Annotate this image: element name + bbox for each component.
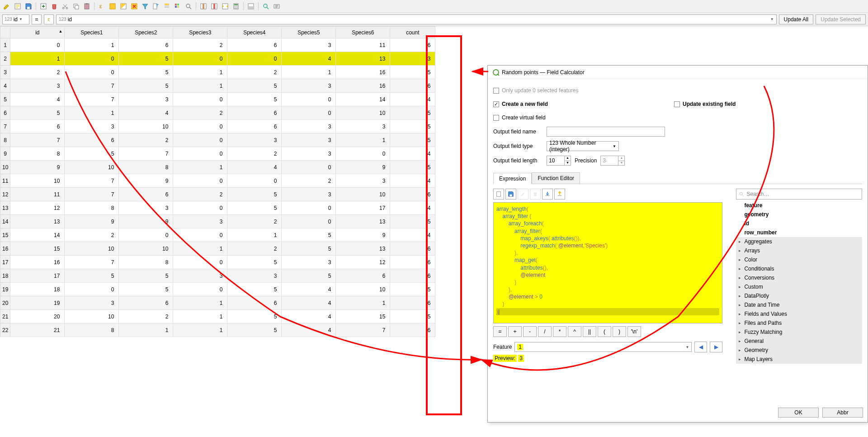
column-header[interactable]: Species2 (119, 27, 173, 38)
table-row[interactable]: 3205121165 (0, 66, 435, 79)
expression-editor[interactable]: array_length( array_filter ( array_forea… (493, 202, 722, 323)
tab-function-editor[interactable]: Function Editor (532, 172, 580, 184)
tree-item[interactable]: ▸Files and Paths (736, 318, 862, 328)
del-col-icon[interactable] (210, 2, 219, 11)
operator-button[interactable]: '\n' (627, 326, 641, 337)
organize-icon[interactable] (221, 2, 230, 11)
tree-item[interactable]: row_number (736, 228, 862, 237)
tree-item[interactable]: ▸Fuzzy Matching (736, 328, 862, 337)
paste-icon[interactable] (82, 2, 91, 11)
table-row[interactable]: 171678053126 (0, 256, 435, 269)
tree-item[interactable]: ▸Aggregates (736, 237, 862, 246)
invert-icon[interactable] (119, 2, 128, 11)
tree-item[interactable]: ▸Date and Time (736, 300, 862, 309)
table-row[interactable]: 11107900234 (0, 174, 435, 188)
table-row[interactable]: 2105004133 (0, 52, 435, 66)
save-expr-icon[interactable] (505, 189, 516, 200)
delete-icon[interactable] (50, 2, 59, 11)
tree-item[interactable]: ▸Map Layers (736, 355, 862, 364)
next-feature-button[interactable]: ▶ (710, 342, 722, 352)
formula-input[interactable]: 123 id ▼ (56, 14, 777, 24)
update-existing-checkbox[interactable] (674, 101, 680, 107)
function-tree[interactable]: featuregeometryidrow_number▸Aggregates▸A… (736, 201, 862, 364)
ok-button[interactable]: OK (778, 408, 819, 418)
table-row[interactable]: 131283050174 (0, 201, 435, 215)
operator-button[interactable]: ^ (568, 326, 581, 337)
field-selector[interactable]: 123 id ▼ (2, 14, 29, 24)
calc-icon[interactable] (231, 2, 241, 11)
tree-item[interactable]: ▸Conditionals (736, 264, 862, 273)
new-expr-icon[interactable] (493, 189, 504, 200)
zoom-icon[interactable] (184, 2, 193, 11)
table-row[interactable]: 121176253106 (0, 188, 435, 201)
virtual-checkbox[interactable] (493, 115, 499, 121)
tree-item[interactable]: ▸Geometry (736, 346, 862, 355)
table-row[interactable]: 876203315 (0, 133, 435, 147)
table-row[interactable]: 2120102154155 (0, 310, 435, 323)
export-expr-icon[interactable] (554, 189, 565, 200)
table-row[interactable]: 18175533566 (0, 269, 435, 283)
table-row[interactable]: 15142001594 (0, 228, 435, 242)
tree-item[interactable]: ▸Arrays (736, 246, 862, 255)
update-existing-row[interactable]: Update existing field (674, 99, 823, 109)
table-row[interactable]: 1016263116 (0, 38, 435, 52)
prev-feature-button[interactable]: ◀ (694, 342, 707, 352)
table-row[interactable]: 10910814095 (0, 161, 435, 174)
table-row[interactable]: 7631006335 (0, 120, 435, 133)
actions-icon[interactable] (272, 2, 281, 11)
virtual-row[interactable]: Create virtual field (493, 113, 665, 123)
column-header[interactable]: Species6 (336, 27, 390, 38)
filter-icon[interactable] (141, 2, 150, 11)
out-len-input[interactable]: 10 ▲▼ (547, 156, 571, 166)
feature-input[interactable]: 1 ▼ (514, 342, 692, 352)
cut-icon[interactable] (61, 2, 70, 11)
tree-item[interactable]: ▸DataPlotly (736, 291, 862, 300)
dock-icon[interactable] (246, 2, 255, 11)
tab-expression[interactable]: Expression (493, 173, 532, 184)
column-header[interactable]: Species1 (65, 27, 119, 38)
table-row[interactable]: 20193616416 (0, 296, 435, 310)
save-icon[interactable] (24, 2, 33, 11)
tree-item[interactable]: ▸General (736, 337, 862, 346)
tree-item[interactable]: ▸Conversions (736, 273, 862, 282)
tree-item[interactable]: feature (736, 201, 862, 210)
column-header[interactable]: Species3 (173, 27, 227, 38)
table-row[interactable]: 22218115476 (0, 323, 435, 337)
deselect-icon[interactable] (130, 2, 139, 11)
create-new-row[interactable]: Create a new field (493, 99, 665, 109)
tree-item[interactable]: ▸Custom (736, 282, 862, 291)
table-row[interactable]: 6514260105 (0, 106, 435, 120)
pencil-icon[interactable] (2, 2, 11, 11)
operator-button[interactable]: * (553, 326, 566, 337)
function-search[interactable]: Search… (736, 189, 862, 200)
abbr-button[interactable]: Abbr (822, 408, 863, 418)
operator-button[interactable]: + (508, 326, 522, 337)
add-feature-icon[interactable] (39, 2, 48, 11)
operator-button[interactable]: ) (613, 326, 626, 337)
operator-button[interactable]: = (493, 326, 507, 337)
column-header[interactable]: count (390, 27, 435, 38)
table-row[interactable]: 141399320135 (0, 215, 435, 228)
column-header[interactable]: id▲ (10, 27, 65, 38)
column-header[interactable]: Species5 (282, 27, 336, 38)
tree-item[interactable]: ▸Fields and Values (736, 309, 862, 318)
epsilon-button[interactable]: ε (44, 14, 54, 24)
create-new-checkbox[interactable] (493, 101, 499, 107)
filter-form-icon[interactable] (151, 2, 160, 11)
table-row[interactable]: 985702304 (0, 147, 435, 161)
select-all-icon[interactable] (108, 2, 117, 11)
out-type-select[interactable]: 123 Whole Number (integer)▼ (547, 141, 619, 151)
expression-icon[interactable]: ε (97, 2, 106, 11)
move-top-icon[interactable] (162, 2, 171, 11)
new-col-icon[interactable] (199, 2, 208, 11)
form-icon[interactable] (13, 2, 22, 11)
table-row[interactable]: 5473050144 (0, 93, 435, 106)
import-expr-icon[interactable] (542, 189, 553, 200)
operator-button[interactable]: / (538, 326, 552, 337)
tree-item[interactable]: ▸Color (736, 255, 862, 264)
operator-button[interactable]: - (523, 326, 537, 337)
operator-button[interactable]: || (583, 326, 596, 337)
tree-item[interactable]: geometry (736, 210, 862, 219)
operator-button[interactable]: ( (598, 326, 611, 337)
conditional-format-icon[interactable] (173, 2, 182, 11)
